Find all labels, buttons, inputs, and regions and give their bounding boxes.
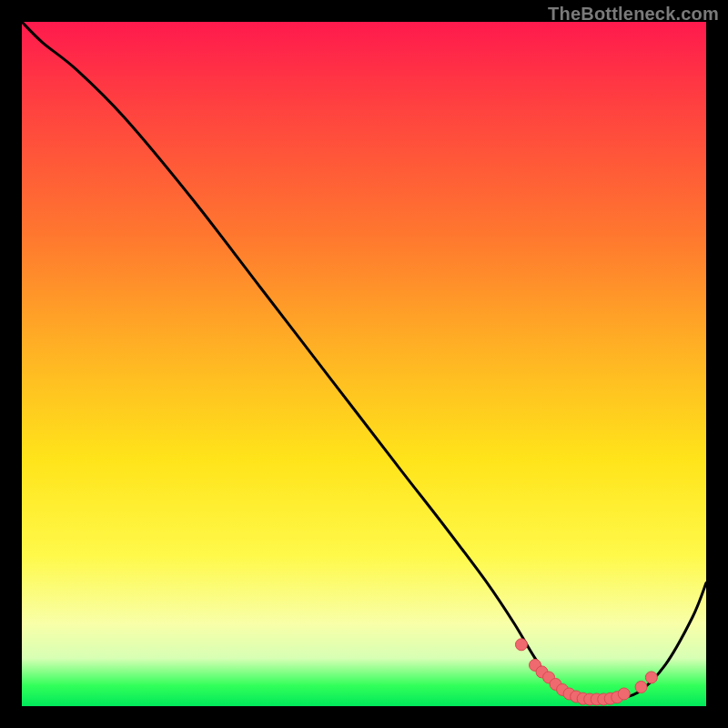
marker-dot	[635, 681, 647, 693]
plot-area	[22, 22, 706, 706]
marker-dot	[618, 688, 630, 700]
optimal-region-dots	[515, 639, 657, 705]
marker-dot	[515, 639, 527, 651]
curve-layer	[22, 22, 706, 706]
marker-dot	[645, 672, 657, 683]
chart-container: TheBottleneck.com	[0, 0, 728, 728]
watermark-text: TheBottleneck.com	[548, 4, 719, 25]
bottleneck-curve	[22, 22, 706, 701]
